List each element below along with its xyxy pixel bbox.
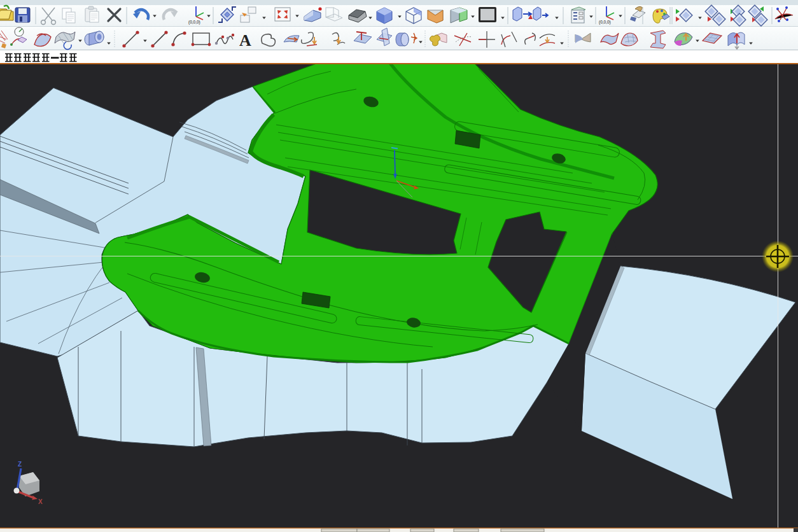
svg-text:Z: Z [18, 461, 22, 468]
svg-text:(0,0,0): (0,0,0) [188, 20, 200, 25]
svg-text:(0,0,0): (0,0,0) [599, 20, 611, 25]
svg-text:X: X [38, 498, 43, 505]
svg-text:A: A [239, 31, 251, 50]
